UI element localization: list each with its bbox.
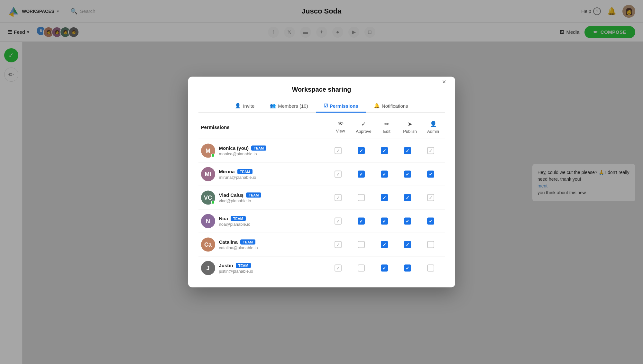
checkbox-admin[interactable] bbox=[427, 218, 434, 225]
admin-label: Admin bbox=[427, 129, 439, 134]
perm-cell-publish[interactable] bbox=[396, 171, 419, 178]
checkbox-edit[interactable] bbox=[381, 241, 388, 248]
checkbox-view[interactable] bbox=[335, 241, 342, 248]
perm-cell-view[interactable] bbox=[326, 265, 350, 272]
checkbox-edit[interactable] bbox=[381, 265, 388, 272]
checkbox-view[interactable] bbox=[335, 265, 342, 272]
user-name: Justin bbox=[219, 263, 233, 268]
checkbox-admin[interactable] bbox=[427, 171, 434, 178]
tab-notifications[interactable]: 🔔 Notifications bbox=[366, 100, 416, 113]
permissions-check-icon: ☑ bbox=[324, 103, 328, 109]
checkbox-approve[interactable] bbox=[358, 218, 365, 225]
perm-cell-view[interactable] bbox=[326, 194, 350, 201]
workspace-sharing-modal: Workspace sharing × 👤 Invite 👥 Members (… bbox=[188, 77, 455, 287]
user-name-row: MirunaTEAM bbox=[219, 169, 326, 174]
perm-cell-edit[interactable] bbox=[373, 218, 396, 225]
checkbox-approve[interactable] bbox=[358, 147, 365, 154]
team-badge: TEAM bbox=[251, 145, 266, 150]
checkbox-approve[interactable] bbox=[358, 194, 365, 201]
checkbox-publish[interactable] bbox=[404, 171, 411, 178]
perm-checkboxes bbox=[326, 147, 442, 154]
perm-cell-admin[interactable] bbox=[419, 265, 442, 272]
perm-cell-publish[interactable] bbox=[396, 194, 419, 201]
checkbox-view[interactable] bbox=[335, 218, 342, 225]
perm-cell-view[interactable] bbox=[326, 218, 350, 225]
checkbox-admin[interactable] bbox=[427, 147, 434, 154]
checkbox-edit[interactable] bbox=[381, 218, 388, 225]
perm-cell-view[interactable] bbox=[326, 241, 350, 248]
perm-cell-view[interactable] bbox=[326, 147, 350, 154]
user-email: vlad@planable.io bbox=[219, 198, 326, 203]
user-email: noa@planable.io bbox=[219, 222, 326, 227]
checkbox-approve[interactable] bbox=[358, 241, 365, 248]
checkbox-publish[interactable] bbox=[404, 218, 411, 225]
checkbox-edit[interactable] bbox=[381, 171, 388, 178]
perm-cell-approve[interactable] bbox=[350, 194, 373, 201]
user-name-row: Monica (you)TEAM bbox=[219, 145, 326, 151]
perm-checkboxes bbox=[326, 218, 442, 225]
checkbox-publish[interactable] bbox=[404, 265, 411, 272]
perm-cell-approve[interactable] bbox=[350, 147, 373, 154]
permissions-columns: 👁 View ✓ Approve ✏ Edit ➤ Publish 👤 bbox=[329, 121, 445, 134]
tab-invite[interactable]: 👤 Invite bbox=[227, 100, 262, 113]
user-name-row: CatalinaTEAM bbox=[219, 239, 326, 245]
avatar: J bbox=[201, 261, 215, 275]
perm-cell-view[interactable] bbox=[326, 171, 350, 178]
perm-cell-edit[interactable] bbox=[373, 147, 396, 154]
perm-cell-approve[interactable] bbox=[350, 171, 373, 178]
checkbox-approve[interactable] bbox=[358, 265, 365, 272]
team-badge: TEAM bbox=[237, 169, 253, 174]
perm-cell-approve[interactable] bbox=[350, 218, 373, 225]
user-avatar-wrap: N bbox=[201, 214, 215, 228]
approve-icon: ✓ bbox=[361, 121, 366, 128]
tab-permissions[interactable]: ☑ Permissions bbox=[316, 100, 366, 113]
checkbox-edit[interactable] bbox=[381, 147, 388, 154]
checkbox-publish[interactable] bbox=[404, 194, 411, 201]
tab-members-label: Members (10) bbox=[278, 103, 308, 108]
perm-cell-edit[interactable] bbox=[373, 194, 396, 201]
user-row: JJustinTEAMjustin@planable.io bbox=[198, 256, 445, 280]
permissions-body: Permissions 👁 View ✓ Approve ✏ Edit ➤ Pu… bbox=[188, 113, 455, 287]
user-name-row: Vlad CalușTEAM bbox=[219, 192, 326, 198]
user-info: Monica (you)TEAMmonica@planable.io bbox=[219, 145, 326, 156]
checkbox-publish[interactable] bbox=[404, 147, 411, 154]
perm-cell-admin[interactable] bbox=[419, 147, 442, 154]
perm-cell-admin[interactable] bbox=[419, 171, 442, 178]
checkbox-view[interactable] bbox=[335, 147, 342, 154]
perm-cell-admin[interactable] bbox=[419, 194, 442, 201]
checkbox-edit[interactable] bbox=[381, 194, 388, 201]
checkbox-view[interactable] bbox=[335, 171, 342, 178]
perm-cell-publish[interactable] bbox=[396, 218, 419, 225]
invite-icon: 👤 bbox=[235, 103, 241, 109]
checkbox-publish[interactable] bbox=[404, 241, 411, 248]
notifications-icon: 🔔 bbox=[374, 103, 380, 109]
perm-checkboxes bbox=[326, 241, 442, 248]
avatar: Mi bbox=[201, 167, 215, 181]
avatar: N bbox=[201, 214, 215, 228]
user-info: JustinTEAMjustin@planable.io bbox=[219, 263, 326, 274]
team-badge: TEAM bbox=[246, 192, 261, 197]
checkbox-approve[interactable] bbox=[358, 171, 365, 178]
user-avatar-wrap: Ca bbox=[201, 238, 215, 252]
user-email: miruna@planable.io bbox=[219, 175, 326, 180]
checkbox-view[interactable] bbox=[335, 194, 342, 201]
user-info: MirunaTEAMmiruna@planable.io bbox=[219, 169, 326, 180]
permissions-header-row: Permissions 👁 View ✓ Approve ✏ Edit ➤ Pu… bbox=[198, 121, 445, 134]
checkbox-admin[interactable] bbox=[427, 241, 434, 248]
checkbox-admin[interactable] bbox=[427, 265, 434, 272]
perm-cell-admin[interactable] bbox=[419, 218, 442, 225]
perm-cell-approve[interactable] bbox=[350, 265, 373, 272]
checkbox-admin[interactable] bbox=[427, 194, 434, 201]
user-row: VCVlad CalușTEAMvlad@planable.io bbox=[198, 186, 445, 209]
perm-cell-admin[interactable] bbox=[419, 241, 442, 248]
perm-cell-approve[interactable] bbox=[350, 241, 373, 248]
modal-close-button[interactable]: × bbox=[441, 77, 447, 87]
perm-checkboxes bbox=[326, 265, 442, 272]
perm-cell-publish[interactable] bbox=[396, 147, 419, 154]
tab-members[interactable]: 👥 Members (10) bbox=[262, 100, 316, 113]
perm-cell-edit[interactable] bbox=[373, 241, 396, 248]
perm-cell-edit[interactable] bbox=[373, 265, 396, 272]
perm-cell-publish[interactable] bbox=[396, 265, 419, 272]
perm-cell-edit[interactable] bbox=[373, 171, 396, 178]
perm-cell-publish[interactable] bbox=[396, 241, 419, 248]
